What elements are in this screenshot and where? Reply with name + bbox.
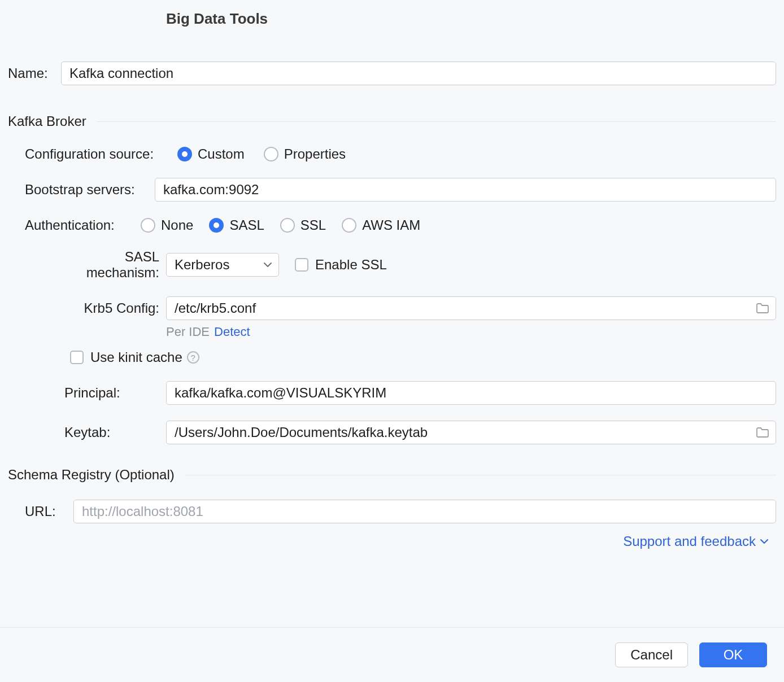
divider [185, 475, 776, 475]
principal-input[interactable] [166, 381, 776, 405]
authentication-row: Authentication: None SASL SSL AWS IAM [8, 217, 776, 233]
config-source-properties-radio[interactable]: Properties [264, 146, 346, 162]
support-feedback-label: Support and feedback [623, 534, 756, 549]
krb5-hint-prefix: Per IDE [166, 325, 210, 339]
chevron-down-icon [760, 539, 768, 544]
keytab-label: Keytab: [64, 425, 166, 440]
name-input[interactable] [61, 62, 776, 85]
kinit-row: Use kinit cache ? [8, 349, 776, 365]
krb5-row: Krb5 Config: [8, 296, 776, 320]
krb5-input[interactable] [166, 296, 776, 320]
checkbox-icon [295, 258, 308, 272]
principal-row: Principal: [8, 381, 776, 405]
cancel-button[interactable]: Cancel [615, 642, 688, 667]
kafka-broker-section-title: Kafka Broker [8, 113, 86, 129]
divider [97, 121, 776, 122]
kafka-broker-section-header: Kafka Broker [8, 113, 776, 129]
config-source-custom-radio[interactable]: Custom [177, 146, 245, 162]
schema-section-title: Schema Registry (Optional) [8, 467, 175, 483]
keytab-row: Keytab: [8, 421, 776, 444]
radio-icon [264, 147, 278, 161]
bootstrap-row: Bootstrap servers: [8, 178, 776, 202]
schema-url-row: URL: [8, 500, 776, 523]
config-source-properties-label: Properties [284, 146, 346, 162]
config-source-label: Configuration source: [25, 146, 177, 162]
enable-ssl-label: Enable SSL [315, 257, 387, 273]
principal-label: Principal: [64, 385, 166, 401]
checkbox-icon [70, 351, 84, 364]
auth-none-radio[interactable]: None [141, 217, 193, 233]
krb5-label: Krb5 Config: [64, 300, 166, 316]
sasl-mechanism-select[interactable]: Kerberos [166, 253, 279, 277]
bootstrap-label: Bootstrap servers: [25, 182, 155, 198]
krb5-hint-row: Per IDE Detect [8, 325, 776, 339]
kinit-label: Use kinit cache [90, 349, 182, 365]
config-source-row: Configuration source: Custom Properties [8, 146, 776, 162]
auth-aws-radio[interactable]: AWS IAM [342, 217, 420, 233]
support-feedback-link[interactable]: Support and feedback [8, 534, 776, 549]
radio-icon [141, 218, 155, 233]
bootstrap-input[interactable] [155, 178, 776, 202]
auth-aws-label: AWS IAM [362, 217, 420, 233]
schema-url-label: URL: [25, 504, 73, 519]
sasl-mechanism-row: SASL mechanism: Kerberos Enable SSL [8, 249, 776, 281]
chevron-down-icon [264, 262, 272, 268]
auth-sasl-label: SASL [229, 217, 264, 233]
authentication-label: Authentication: [25, 217, 141, 233]
enable-ssl-checkbox[interactable]: Enable SSL [295, 257, 387, 273]
folder-icon[interactable] [756, 303, 769, 314]
auth-ssl-label: SSL [300, 217, 326, 233]
auth-ssl-radio[interactable]: SSL [280, 217, 326, 233]
krb5-detect-link[interactable]: Detect [214, 325, 250, 339]
sasl-mechanism-value: Kerberos [175, 257, 229, 273]
ok-button[interactable]: OK [699, 642, 767, 667]
folder-icon[interactable] [756, 427, 769, 438]
radio-icon [177, 147, 192, 161]
schema-url-input[interactable] [73, 500, 776, 523]
name-label: Name: [8, 65, 61, 81]
sasl-mechanism-label: SASL mechanism: [64, 249, 166, 281]
page-title: Big Data Tools [166, 10, 776, 28]
radio-icon [342, 218, 356, 233]
config-source-custom-label: Custom [198, 146, 245, 162]
auth-none-label: None [161, 217, 193, 233]
name-row: Name: [8, 62, 776, 85]
radio-icon [209, 218, 224, 233]
radio-icon [280, 218, 295, 233]
help-icon[interactable]: ? [187, 351, 199, 364]
schema-section-header: Schema Registry (Optional) [8, 467, 776, 483]
dialog-footer: Cancel OK [0, 627, 784, 682]
keytab-input[interactable] [166, 421, 776, 444]
auth-sasl-radio[interactable]: SASL [209, 217, 264, 233]
kinit-checkbox[interactable]: Use kinit cache [70, 349, 182, 365]
